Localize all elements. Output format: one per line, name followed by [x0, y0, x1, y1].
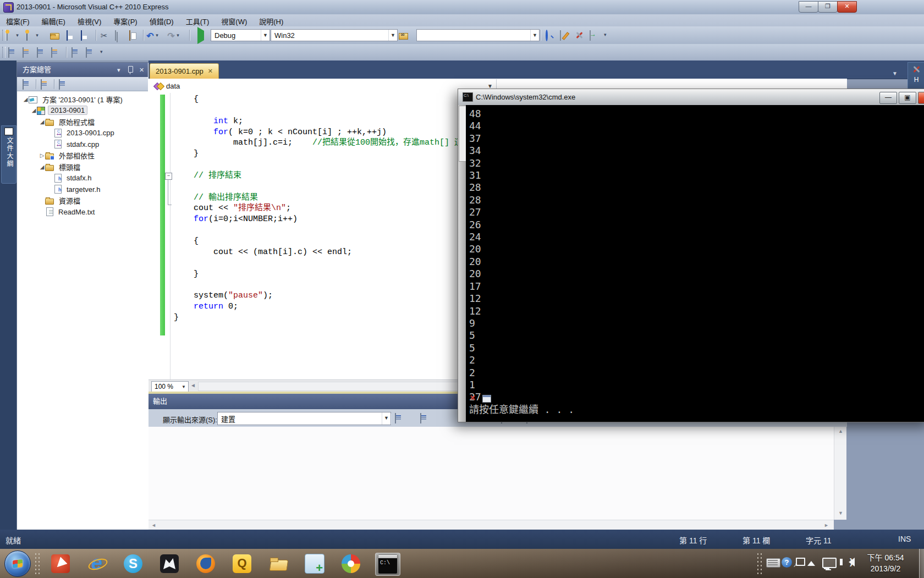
cmd-window[interactable]: C:\Windows\system32\cmd.exe — ▣ ✕ 484437…: [458, 89, 924, 422]
window-switch-tray-icon[interactable]: [796, 558, 805, 566]
ide-titlebar[interactable]: 2013-0901 - Microsoft Visual C++ 2010 Ex…: [0, 0, 924, 15]
minimize-button[interactable]: —: [799, 1, 818, 13]
tree-row-7[interactable]: ◢標頭檔: [17, 161, 148, 173]
document-outline-tab[interactable]: 文件大綱: [1, 125, 16, 184]
toolbar-overflow[interactable]: ▾: [100, 49, 103, 54]
tools-options-button[interactable]: [573, 29, 585, 41]
taskbar-picpick-button[interactable]: [230, 553, 254, 575]
tab-2013-0901-cpp[interactable]: 2013-0901.cpp ✕: [150, 63, 219, 79]
tree-row-11[interactable]: ReadMe.txt: [17, 206, 148, 218]
find-symbol-button[interactable]: [543, 29, 556, 41]
network-tray-icon[interactable]: [822, 558, 837, 568]
debug-config-combo[interactable]: Debug▼: [211, 29, 270, 41]
taskbar-darkfox-button[interactable]: [157, 553, 182, 575]
tree-row-10[interactable]: 資源檔: [17, 195, 148, 207]
open-file-button[interactable]: [48, 29, 61, 41]
cmd-close-button[interactable]: ✕: [918, 92, 924, 104]
expander-icon[interactable]: ▷: [39, 152, 45, 158]
incremental-search-button[interactable]: [50, 46, 62, 58]
expander-icon[interactable]: ◢: [39, 164, 45, 170]
tab-close-icon[interactable]: ✕: [208, 68, 213, 75]
tree-row-1[interactable]: ◢方案 '2013-0901' (1 專案): [17, 93, 148, 105]
toggle-wrap-icon[interactable]: [482, 395, 491, 403]
run-button[interactable]: [194, 29, 206, 41]
taskbar-firefox-button[interactable]: [194, 553, 218, 575]
scroll-up-icon[interactable]: ▲: [838, 428, 843, 434]
cmd-titlebar[interactable]: C:\Windows\system32\cmd.exe — ▣ ✕: [458, 89, 924, 106]
autohide-right-tab[interactable]: H: [908, 62, 924, 91]
cmd-maximize-button[interactable]: ▣: [899, 92, 916, 104]
start-button[interactable]: [4, 551, 31, 577]
output-content[interactable]: [148, 427, 834, 520]
types-combo[interactable]: data: [150, 79, 497, 92]
platform-combo[interactable]: Win32▼: [271, 29, 398, 41]
cmd-output[interactable]: 4844373432312828272624202020171212955221…: [466, 105, 924, 422]
tree-row-3[interactable]: ◢原始程式檔: [17, 116, 148, 128]
display-objects-button[interactable]: [7, 46, 19, 58]
tray-grip[interactable]: [756, 552, 764, 574]
expander-icon[interactable]: ◢: [23, 96, 29, 102]
save-button[interactable]: [65, 29, 77, 41]
keyboard-tray-icon[interactable]: [766, 558, 780, 568]
copy-button[interactable]: [113, 29, 125, 41]
toolbar-grip[interactable]: [2, 47, 6, 58]
find-message-icon[interactable]: [395, 414, 404, 422]
taskbar-grip[interactable]: [34, 552, 42, 574]
tray-expand-icon[interactable]: [807, 561, 815, 566]
view-class-diagram-icon[interactable]: [59, 80, 68, 89]
taskbar-foxit-button[interactable]: [48, 553, 73, 575]
zoom-combo[interactable]: 100 % ▼: [151, 381, 189, 392]
close-button[interactable]: ✕: [837, 1, 857, 13]
output-source-combo[interactable]: 建置 ▼: [217, 412, 391, 425]
cut-button[interactable]: [99, 29, 111, 41]
word-wrap-button[interactable]: [21, 46, 33, 58]
tree-row-4[interactable]: 2013-0901.cpp: [17, 128, 148, 139]
new-project-button[interactable]: ▾: [7, 29, 19, 41]
taskbar-media-button[interactable]: [339, 553, 363, 575]
output-vscrollbar[interactable]: ▲ ▼: [834, 427, 846, 520]
expander-icon[interactable]: ◢: [39, 119, 45, 125]
clear-all-icon[interactable]: [469, 394, 477, 403]
cmd-scroll-thumb[interactable]: [459, 106, 466, 162]
navigate-button[interactable]: [588, 29, 600, 41]
scroll-right-icon[interactable]: ►: [824, 522, 829, 528]
taskbar-skype-button[interactable]: [121, 553, 145, 575]
tree-row-2[interactable]: ◢2013-0901: [17, 105, 148, 117]
paste-button[interactable]: [128, 29, 140, 41]
maximize-button[interactable]: ❐: [818, 1, 838, 13]
undo-button[interactable]: ▾: [146, 29, 158, 41]
taskbar-cmd-button[interactable]: [375, 553, 400, 576]
tree-row-8[interactable]: stdafx.h: [17, 173, 148, 184]
hscroll-left-arrow-icon[interactable]: ◄: [190, 382, 196, 388]
close-panel-button[interactable]: ✕: [139, 66, 144, 74]
tree-row-5[interactable]: stdafx.cpp: [17, 139, 148, 150]
previous-message-icon[interactable]: [420, 414, 429, 422]
clock[interactable]: 下午 06:54 2013/9/2: [858, 552, 913, 574]
comment-button[interactable]: [84, 46, 96, 58]
scroll-down-icon[interactable]: ▼: [838, 510, 843, 516]
cmd-minimize-button[interactable]: —: [879, 92, 897, 104]
toolbar-overflow[interactable]: ▾: [604, 32, 607, 37]
show-all-files-icon[interactable]: [41, 80, 50, 89]
indent-button[interactable]: [70, 46, 82, 58]
code-text[interactable]: { int k; for( k=0 ; k < nCount[i] ; ++k,…: [174, 94, 463, 323]
tree-row-6[interactable]: ▷外部相依性: [17, 150, 148, 162]
scroll-left-icon[interactable]: ◄: [151, 522, 156, 528]
tree-row-9[interactable]: targetver.h: [17, 184, 148, 195]
search-combo[interactable]: ▼: [416, 29, 540, 41]
taskbar-ie-button[interactable]: [85, 553, 109, 575]
properties-window-button[interactable]: [558, 29, 570, 41]
properties-icon[interactable]: [23, 80, 31, 89]
expander-icon[interactable]: ◢: [31, 107, 37, 113]
add-item-button[interactable]: ▾: [26, 29, 38, 41]
taskbar-snip-button[interactable]: [302, 553, 327, 575]
solution-explorer-header[interactable]: 方案總管 ▾ ✕: [17, 63, 148, 77]
toolbar-grip[interactable]: [2, 30, 6, 41]
find-in-files-button[interactable]: [397, 29, 409, 41]
show-desktop-button[interactable]: [919, 549, 924, 578]
select-mode-button[interactable]: [35, 46, 47, 58]
save-all-button[interactable]: [79, 29, 91, 41]
volume-tray-icon[interactable]: [849, 558, 855, 566]
collapse-region-icon[interactable]: −: [165, 173, 172, 180]
output-hscrollbar[interactable]: ◄ ►: [148, 520, 834, 530]
